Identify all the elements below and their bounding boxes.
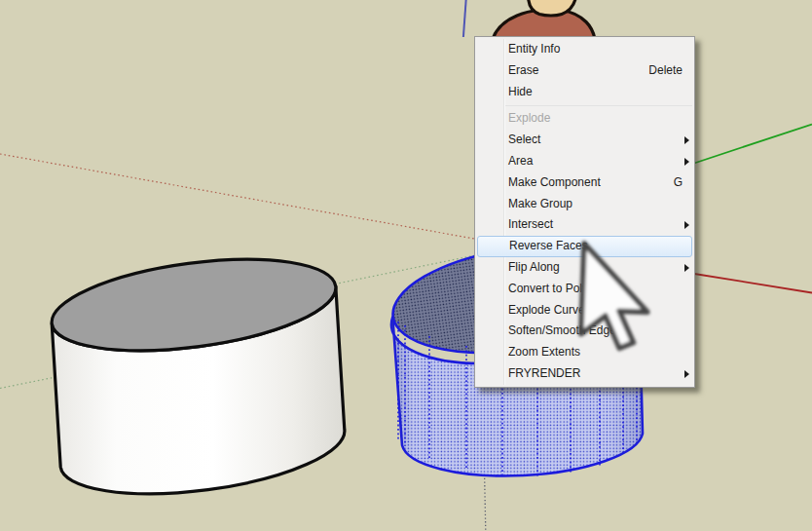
menu-item-entity-info[interactable]: Entity Info — [475, 39, 694, 60]
axis-blue-negative-dashed — [485, 474, 486, 531]
sketchup-viewport: Entity InfoEraseDeleteHideExplodeSelectA… — [0, 0, 812, 531]
menu-item-soften-smooth-edges[interactable]: Soften/Smooth Edges — [475, 321, 694, 342]
menu-item-label: Convert to Poly — [508, 279, 588, 300]
menu-item-erase[interactable]: EraseDelete — [475, 60, 694, 82]
menu-item-label: Make Component — [508, 172, 601, 194]
submenu-arrow-icon — [684, 221, 689, 229]
menu-item-flip-along[interactable]: Flip Along — [475, 257, 694, 279]
menu-item-hide[interactable]: Hide — [475, 82, 694, 103]
menu-item-label: Zoom Extents — [508, 342, 580, 363]
menu-item-label: Erase — [508, 60, 538, 82]
menu-item-label: Hide — [508, 82, 533, 103]
menu-item-label: Soften/Smooth Edges — [508, 321, 622, 342]
menu-item-label: Reverse Faces — [509, 237, 588, 256]
submenu-arrow-icon — [684, 158, 689, 166]
menu-item-zoom-extents[interactable]: Zoom Extents — [475, 342, 694, 363]
menu-item-label: Flip Along — [508, 257, 560, 279]
menu-separator — [505, 105, 692, 106]
axis-green-negative-dashed-left — [0, 377, 55, 389]
menu-item-label: Entity Info — [508, 39, 560, 60]
context-menu: Entity InfoEraseDeleteHideExplodeSelectA… — [474, 36, 695, 388]
menu-item-select[interactable]: Select — [475, 130, 694, 151]
submenu-arrow-icon — [684, 136, 689, 144]
submenu-arrow-icon — [684, 264, 689, 272]
menu-item-explode-curve[interactable]: Explode Curve — [475, 300, 694, 322]
menu-item-label: Explode Curve — [508, 300, 585, 322]
menu-item-convert-to-poly[interactable]: Convert to Poly — [475, 279, 694, 300]
menu-item-fryrender[interactable]: FRYRENDER — [475, 363, 694, 385]
axis-red-negative-dashed — [0, 154, 474, 239]
axis-blue-positive — [463, 0, 466, 37]
menu-item-shortcut: Delete — [648, 60, 683, 82]
menu-item-make-group[interactable]: Make Group — [475, 194, 694, 215]
menu-item-label: Select — [508, 130, 540, 151]
menu-item-intersect[interactable]: Intersect — [475, 214, 694, 236]
menu-item-label: Make Group — [508, 194, 572, 215]
menu-item-make-component[interactable]: Make ComponentG — [475, 172, 694, 194]
person-figure[interactable] — [493, 0, 595, 39]
menu-item-area[interactable]: Area — [475, 151, 694, 172]
menu-item-label: Explode — [508, 108, 550, 130]
menu-item-shortcut: G — [674, 172, 683, 194]
menu-item-label: Area — [508, 151, 533, 172]
menu-item-label: Intersect — [508, 214, 553, 236]
menu-item-label: FRYRENDER — [508, 363, 580, 385]
cylinder-left[interactable] — [47, 245, 345, 494]
submenu-arrow-icon — [684, 370, 689, 378]
axis-green-positive — [691, 125, 812, 165]
menu-item-reverse-faces[interactable]: Reverse Faces — [477, 236, 692, 257]
menu-item-explode: Explode — [475, 108, 694, 130]
axis-red-positive — [691, 274, 812, 293]
